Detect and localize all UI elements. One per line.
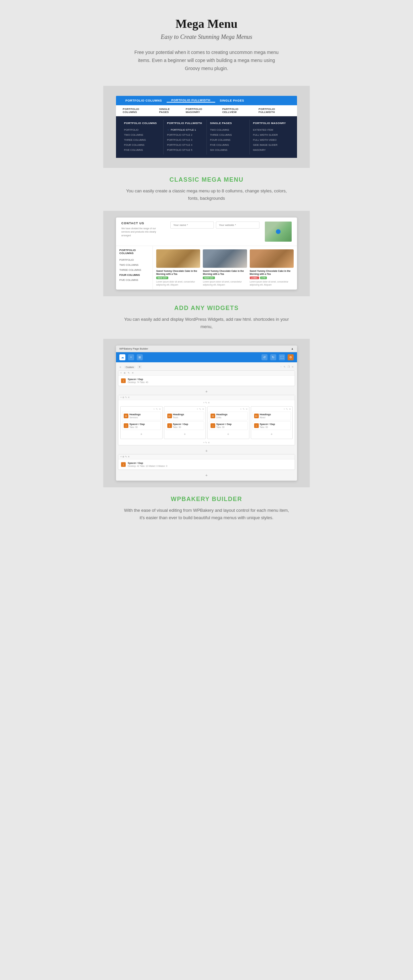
spacer-inner-2: ↕ Spacer / Gap Tabs: 30 [166,421,204,430]
mega-col-item[interactable]: FULL WIDTH SLIDER [253,132,289,137]
toolbar-plus-icon[interactable]: + [128,354,134,360]
nav-item-portfolio-fullwidth[interactable]: PORTFOLIO FULLWIDTH [167,99,215,103]
headings-name-1: Headings [129,413,141,416]
nav-second-portfolio-masonry[interactable]: PORTFOLIO MASONRY [182,108,219,114]
add-row-button-2[interactable]: + [206,449,207,453]
toolbar-expand-icon[interactable]: ⛶ [279,354,285,360]
col-1-pencil[interactable]: ✎ [156,408,158,410]
mega-col-item[interactable]: THREE COLUMNS [210,132,246,137]
move-icon: ✛ [120,366,121,368]
col-3-close[interactable]: ✕ [246,408,248,410]
col-3-pencil[interactable]: ✎ [243,408,245,410]
add-inner-btn-4[interactable]: + [271,432,273,436]
headings-block-4: H Headings About [252,412,291,420]
mega-col-item[interactable]: EXTENTED ITEM [253,127,289,132]
nav-second-portfolio-columns[interactable]: PORTFOLIO COLUMNS [120,108,156,114]
headings-desc-3: Links [216,416,221,418]
col-1-close[interactable]: ✕ [159,408,161,410]
portfolio-sidebar-item-active[interactable]: FOUR COLUMNS [120,272,149,277]
add-inner-btn-2[interactable]: + [184,432,186,436]
spacer-icon-2: ↕ [121,462,126,467]
nav-second-single-pages[interactable]: SINGLE PAGES [156,108,182,114]
website-input[interactable] [216,221,260,229]
mega-col-item[interactable]: THREE COLUMNS [124,137,160,142]
col-2-plus[interactable]: + [197,408,198,410]
col-2-close[interactable]: ✕ [202,408,204,410]
toolbar-undo-icon[interactable]: ↺ [262,354,268,360]
add-inner-1: + [122,431,161,438]
nav-second-portfolio-fullwidth[interactable]: PORTFOLIO FULLWIDTH [255,108,293,114]
form-inputs [170,221,260,229]
portfolio-image-2 [203,249,247,268]
pencil-btn[interactable]: ✎ [284,366,285,368]
add-plus-icon-3: + [206,473,207,477]
headings-text-2: Headings Tours [173,413,184,419]
wpbakery-topbar-right: ▲ [291,347,293,350]
mega-col-item[interactable]: FIVE COLUMNS [210,142,246,148]
portfolio-sidebar: PORTFOLIO COLUMNS PORTFOLIO TWO COLUMNS … [116,246,153,290]
mega-col-item[interactable]: PORTFOLIO STYLE 3 [167,137,203,142]
col-2-pencil[interactable]: ✎ [199,408,201,410]
mega-col-portfolio-masonry: PORTFOLIO MASONRY EXTENTED ITEM FULL WID… [250,120,292,154]
mega-col-item[interactable]: FOUR COLUMNS [124,142,160,148]
tag-new-day-1: NEW DAY [156,277,168,279]
portfolio-sidebar-item[interactable]: TWO COLUMNS [120,262,149,267]
nav-item-single-pages[interactable]: SINGLE PAGES [215,99,249,102]
hero-section: Mega Menu Easy to Create Stunning Mega M… [103,0,310,86]
close-btn[interactable]: ✕ [292,366,293,368]
nav-bar-top: PORTFOLIO COLUMNS PORTFOLIO FULLWIDTH SI… [116,96,297,105]
copy-btn[interactable]: ❐ [288,366,290,368]
col-3-plus[interactable]: + [240,408,241,410]
mega-col-item-active[interactable]: → PORTFOLIO STYLE 1 [167,127,203,132]
col-4-plus[interactable]: + [284,408,285,410]
mega-col-item[interactable]: FULL WIDTH VIDEO [253,137,289,142]
portfolio-sidebar-title: PORTFOLIO COLUMNS [120,249,149,255]
col-1-plus[interactable]: + [153,408,155,410]
mega-col-item[interactable]: SIDE IMAGE SLIDER [253,142,289,148]
mega-col-item[interactable]: SIX COLUMNS [210,148,246,153]
add-row-button-1[interactable]: + [206,390,207,393]
mega-col-item[interactable]: FIVE COLUMNS [124,148,160,153]
four-cols-add-btn[interactable]: + ✎ ✕ [203,441,210,444]
spacer-inner-text-3: Spacer / Gap Tabs: 30 [216,423,232,429]
spacer-block-1: ↕ Spacer / Gap Desktop: 74 Tabs: 40 [118,376,295,386]
nav-second-partfolio-cellview[interactable]: PARTFOLIO CELLVIEW [219,108,255,114]
row-controls-2: + ⊕ ✎ ✕ [118,455,295,460]
col-4-close[interactable]: ✕ [289,408,291,410]
portfolio-sidebar-item[interactable]: PORTFOLIO [120,258,149,262]
portfolio-card-title-3: Sweet Yummy Chocolate Cake in the Mornin… [250,269,293,275]
portfolio-sidebar-item[interactable]: FIVE COLUMNS [120,277,149,283]
toolbar-redo-icon[interactable]: ↻ [270,354,276,360]
mega-col-item[interactable]: FOUR COLUMNS [210,137,246,142]
classic-mega-menu-section: PORTFOLIO COLUMNS PORTFOLIO FULLWIDTH SI… [103,86,310,168]
toolbar-cloud-icon[interactable]: ☁ [120,354,125,360]
mega-col-item[interactable]: PORTFOLIO [124,127,160,132]
add-row-button-3[interactable]: + [206,473,207,477]
mega-col-item[interactable]: PORTFOLIO STYLE 2 [167,132,203,137]
spacer-inner-icon-3: ↕ [210,423,215,428]
widgets-contact: CONTACT US We have divided the range of … [121,221,165,238]
add-inner-btn-3[interactable]: + [227,432,229,436]
mega-col-item[interactable]: PORTFOLIO STYLE 5 [167,148,203,153]
add-inner-btn-1[interactable]: + [140,432,142,436]
mega-dropdown: PORTFOLIO COLUMNS PORTFOLIO TWO COLUMNS … [116,116,297,158]
toolbar-settings-icon[interactable]: ⚙ [288,354,293,360]
nav-item-portfolio-columns[interactable]: PORTFOLIO COLUMNS [121,99,167,102]
minus-btn[interactable]: − [280,366,282,368]
portfolio-image-3 [250,249,293,268]
col-3-controls: + ✎ ✕ [209,408,248,410]
row-close-icon[interactable]: ✕ [132,372,134,374]
row-pencil-icon[interactable]: ✎ [128,372,130,374]
portfolio-sidebar-item[interactable]: THREE COLUMNS [120,267,149,272]
mega-col-item[interactable]: TWO COLUMNS [124,132,160,137]
wpbakery-heading: WPBAKERY BUILDER [123,496,290,503]
mega-col-item[interactable]: TWO COLUMNS [210,127,246,132]
mega-col-item[interactable]: PORTFOLIO STYLE 4 [167,142,203,148]
widgets-demo: CONTACT US We have divided the range of … [116,218,297,290]
name-input[interactable] [170,221,214,229]
toolbar-grid-icon[interactable]: ⊞ [137,354,143,360]
plus-custom-btn[interactable]: + [137,365,142,369]
add-row-icon[interactable]: ⊕ [124,372,126,374]
col-4-pencil[interactable]: ✎ [286,408,288,410]
mega-col-item[interactable]: MASONRY [253,148,289,153]
